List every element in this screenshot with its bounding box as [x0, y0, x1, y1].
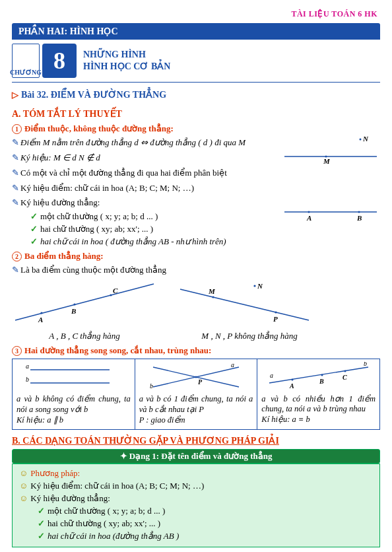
method-heading: ☺Phương pháp:	[19, 468, 373, 479]
caption-abc: A , B , C thẳng hàng	[12, 331, 157, 341]
line-6: ✎Là ba điểm cùng thuộc một đường thẳng	[12, 264, 380, 277]
col-parallel: a b a và b không có điểm chung, ta nói a…	[13, 359, 135, 429]
smile-icon: ☺	[19, 468, 28, 478]
svg-text:C: C	[113, 287, 118, 294]
figure-noncollinear-mnp: M P N M , N , P không thẳng hàng	[177, 281, 322, 341]
method-box: ☺Phương pháp: ☺Ký hiệu điểm: chữ cái in …	[12, 464, 380, 547]
chapter-line2: HÌNH HỌC CƠ BẢN	[83, 61, 170, 73]
check-icon: ✓	[38, 506, 45, 516]
m-check-1: ✓một chữ thường ( x; y; a; b; d ... )	[19, 506, 373, 516]
doc-badge: TÀI LIỆU TOÁN 6 HK	[12, 9, 380, 19]
check-icon: ✓	[30, 211, 38, 221]
line-1-text: Điểm M nằm trên đường thẳng d ⇔ đường th…	[20, 137, 245, 147]
svg-text:A: A	[289, 382, 294, 390]
chapter-label: CHƯƠNG	[12, 44, 40, 78]
pencil-icon: ✎	[12, 265, 19, 275]
check-icon: ✓	[38, 518, 45, 528]
check-icon: ✓	[38, 531, 45, 541]
svg-text:N: N	[257, 282, 263, 290]
col2-text2: P : giao điểm	[139, 415, 253, 425]
svg-text:B: B	[71, 307, 76, 315]
svg-text:N: N	[362, 135, 369, 143]
check-icon: ✓	[30, 236, 38, 246]
triangle-icon: ▷	[12, 90, 18, 100]
m-check-2: ✓hai chữ thường ( xy; ab; xx'; ... )	[19, 518, 373, 529]
svg-point-15	[110, 294, 112, 296]
method-line-2: ☺Ký hiệu đường thẳng:	[19, 493, 373, 504]
col3-text1: a và b có nhiều hơn 1 điểm chung, ta nói…	[261, 394, 376, 414]
method-line-1: ☺Ký hiệu điểm: chữ cái in hoa (A; B; C; …	[19, 481, 373, 491]
three-column-table: a b a và b không có điểm chung, ta nói a…	[12, 359, 380, 430]
svg-point-22	[253, 285, 255, 287]
circle-1-icon: 1	[12, 124, 22, 134]
method-title-text: Phương pháp:	[30, 468, 80, 478]
svg-point-32	[195, 376, 197, 378]
svg-point-41	[344, 370, 346, 372]
pencil-icon: ✎	[12, 197, 19, 207]
circle-2-icon: 2	[12, 252, 22, 261]
col-coincide: ab A B C a và b có nhiều hơn 1 điểm chun…	[257, 359, 379, 429]
svg-text:b: b	[26, 376, 29, 383]
chapter-titles: NHỮNG HÌNH HÌNH HỌC CƠ BẢN	[83, 44, 170, 78]
svg-text:a: a	[26, 362, 29, 370]
part-bar: PHẦN HAI: HÌNH HỌC	[12, 23, 380, 40]
pencil-icon: ✎	[12, 153, 19, 162]
smile-icon: ☺	[19, 493, 28, 503]
svg-point-20	[275, 311, 277, 313]
mc2-text: hai chữ thường ( xy; ab; xx'; ... )	[48, 518, 160, 528]
line-6-text: Là ba điểm cùng thuộc một đường thẳng	[20, 265, 166, 275]
figure-line-AB: A B	[281, 205, 380, 224]
svg-point-18	[212, 296, 214, 298]
section-a-heading: A. TÓM TẮT LÝ THUYẾT	[12, 108, 380, 120]
svg-text:A: A	[38, 316, 43, 324]
chapter-row: CHƯƠNG 8 NHỮNG HÌNH HÌNH HỌC CƠ BẢN	[12, 44, 380, 78]
m-check-3: ✓hai chữ cái in hoa (đường thẳng AB )	[19, 531, 373, 541]
section-b-heading: B. CÁC DẠNG TOÁN THƯỜNG GẶP VÀ PHƯƠNG PH…	[12, 435, 380, 446]
line-2-text: Ký hiệu: M ∈ d N ∉ d	[20, 153, 100, 162]
figure-point-N-M: N M	[281, 134, 380, 166]
svg-point-39	[321, 374, 323, 376]
svg-line-10	[15, 284, 154, 320]
line-3: ✎Có một và chỉ một đường thẳng đi qua ha…	[12, 167, 380, 180]
divider	[12, 82, 380, 83]
line-4-text: Ký hiệu điểm: chữ cái in hoa (A; B; C; M…	[20, 183, 194, 193]
svg-text:a: a	[270, 372, 273, 379]
svg-text:M: M	[208, 287, 216, 295]
dang-1-bar: ✦ Dạng 1: Đặt tên điểm và đường thẳng	[12, 449, 380, 464]
pencil-icon: ✎	[12, 183, 19, 193]
svg-text:P: P	[273, 315, 278, 323]
svg-point-8	[358, 211, 360, 213]
col1-text2: Kí hiệu: a ∥ b	[16, 415, 131, 425]
subsection-1-title: Điểm thuộc, không thuộc đường thẳng:	[24, 123, 174, 134]
svg-text:a: a	[231, 362, 234, 368]
svg-text:B: B	[356, 214, 362, 222]
svg-point-13	[73, 303, 75, 305]
subsection-2-title: Ba điểm thẳng hàng:	[24, 251, 104, 261]
svg-text:B: B	[319, 378, 324, 385]
col3-text2: Kí hiệu: a ≡ b	[261, 414, 376, 425]
subsection-3-heading: 3 Hai đường thẳng song song, cắt nhau, t…	[12, 345, 380, 356]
subsection-2-heading: 2 Ba điểm thẳng hàng:	[12, 251, 380, 261]
line-4: ✎Ký hiệu điểm: chữ cái in hoa (A; B; C; …	[12, 182, 380, 195]
caption-mnp: M , N , P không thẳng hàng	[177, 331, 322, 341]
lesson-title: ▷ Bài 32. ĐIỂM VÀ ĐƯỜNG THẲNG	[12, 89, 380, 100]
svg-line-17	[180, 289, 309, 320]
check-3: ✓hai chữ cái in hoa ( đường thẳng AB - n…	[12, 236, 380, 247]
pencil-icon: ✎	[12, 137, 19, 147]
svg-text:A: A	[306, 214, 311, 222]
svg-point-6	[308, 211, 310, 213]
line-5-text: Ký hiệu đường thẳng:	[20, 197, 100, 207]
pencil-icon: ✎	[12, 168, 19, 178]
circle-3-icon: 3	[12, 346, 22, 356]
collinear-figures-row: A B C A , B , C thẳng hàng M P N M , N ,…	[12, 281, 380, 341]
chapter-number: 8	[42, 44, 77, 78]
m1-text: Ký hiệu điểm: chữ cái in hoa (A; B; C; M…	[30, 481, 204, 491]
svg-text:M: M	[323, 157, 331, 165]
svg-point-11	[40, 312, 42, 314]
svg-point-0	[360, 139, 362, 141]
check-icon: ✓	[30, 224, 38, 234]
subsection-3-title: Hai đường thẳng song song, cắt nhau, trù…	[24, 345, 211, 356]
m2-text: Ký hiệu đường thẳng:	[30, 493, 110, 503]
check-2-text: hai chữ thường ( xy; ab; xx'; ... )	[40, 224, 153, 234]
svg-text:b: b	[364, 362, 367, 367]
